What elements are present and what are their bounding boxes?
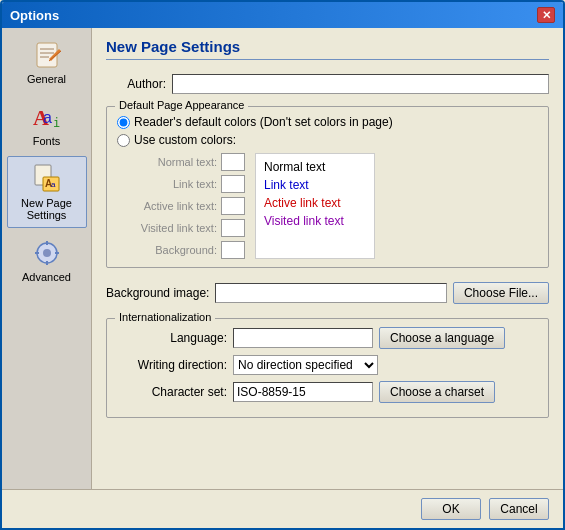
color-row-link: Link text: bbox=[117, 175, 245, 193]
preview-link-text: Link text bbox=[264, 178, 366, 192]
color-row-bg: Background: bbox=[117, 241, 245, 259]
choose-charset-button[interactable]: Choose a charset bbox=[379, 381, 495, 403]
author-label: Author: bbox=[106, 77, 166, 91]
radio-default-label[interactable]: Reader's default colors (Don't set color… bbox=[134, 115, 393, 129]
dialog: Options ✕ General bbox=[0, 0, 565, 530]
color-section: Normal text: Link text: Active link text… bbox=[117, 153, 538, 259]
bg-color-swatch[interactable] bbox=[221, 241, 245, 259]
visited-link-label: Visited link text: bbox=[117, 222, 217, 234]
fonts-icon: A a i bbox=[31, 101, 63, 133]
svg-point-14 bbox=[43, 249, 51, 257]
visited-link-swatch[interactable] bbox=[221, 219, 245, 237]
general-icon bbox=[31, 39, 63, 71]
color-fields: Normal text: Link text: Active link text… bbox=[117, 153, 245, 259]
dialog-title: Options bbox=[10, 8, 59, 23]
radio-custom-colors[interactable] bbox=[117, 134, 130, 147]
normal-text-label: Normal text: bbox=[117, 156, 217, 168]
language-label: Language: bbox=[117, 331, 227, 345]
color-row-normal: Normal text: bbox=[117, 153, 245, 171]
sidebar-item-general[interactable]: General bbox=[7, 32, 87, 92]
author-input[interactable] bbox=[172, 74, 549, 94]
writing-direction-label: Writing direction: bbox=[117, 358, 227, 372]
sidebar-item-new-page[interactable]: A a New Page Settings bbox=[7, 156, 87, 228]
sidebar-fonts-label: Fonts bbox=[33, 135, 61, 147]
appearance-group: Default Page Appearance Reader's default… bbox=[106, 106, 549, 268]
page-title: New Page Settings bbox=[106, 38, 549, 60]
radio-custom-label[interactable]: Use custom colors: bbox=[134, 133, 236, 147]
link-text-swatch[interactable] bbox=[221, 175, 245, 193]
sidebar-advanced-label: Advanced bbox=[22, 271, 71, 283]
sidebar-item-advanced[interactable]: Advanced bbox=[7, 230, 87, 290]
author-row: Author: bbox=[106, 74, 549, 94]
sidebar-item-fonts[interactable]: A a i Fonts bbox=[7, 94, 87, 154]
ok-button[interactable]: OK bbox=[421, 498, 481, 520]
close-button[interactable]: ✕ bbox=[537, 7, 555, 23]
preview-box: Normal text Link text Active link text V… bbox=[255, 153, 375, 259]
intl-group-title: Internationalization bbox=[115, 311, 215, 323]
writing-direction-row: Writing direction: No direction specifie… bbox=[117, 355, 538, 375]
bg-image-input[interactable] bbox=[215, 283, 447, 303]
choose-file-button[interactable]: Choose File... bbox=[453, 282, 549, 304]
active-link-swatch[interactable] bbox=[221, 197, 245, 215]
color-row-visited: Visited link text: bbox=[117, 219, 245, 237]
intl-group: Internationalization Language: Choose a … bbox=[106, 318, 549, 418]
dialog-body: General A a i Fonts A bbox=[2, 28, 563, 489]
main-content: New Page Settings Author: Default Page A… bbox=[92, 28, 563, 489]
bg-image-section: Background image: Choose File... bbox=[106, 282, 549, 304]
writing-direction-select[interactable]: No direction specified Left to Right Rig… bbox=[233, 355, 378, 375]
preview-normal-text: Normal text bbox=[264, 160, 366, 174]
sidebar-newpage-label: New Page Settings bbox=[12, 197, 82, 221]
svg-text:i: i bbox=[53, 116, 60, 130]
charset-row: Character set: Choose a charset bbox=[117, 381, 538, 403]
language-input[interactable] bbox=[233, 328, 373, 348]
dialog-footer: OK Cancel bbox=[2, 489, 563, 528]
sidebar-general-label: General bbox=[27, 73, 66, 85]
charset-label: Character set: bbox=[117, 385, 227, 399]
preview-active-text: Active link text bbox=[264, 196, 366, 210]
bg-color-label: Background: bbox=[117, 244, 217, 256]
radio-default-colors[interactable] bbox=[117, 116, 130, 129]
svg-text:a: a bbox=[43, 109, 52, 126]
new-page-icon: A a bbox=[31, 163, 63, 195]
choose-language-button[interactable]: Choose a language bbox=[379, 327, 505, 349]
advanced-icon bbox=[31, 237, 63, 269]
charset-input[interactable] bbox=[233, 382, 373, 402]
radio-row-custom: Use custom colors: bbox=[117, 133, 538, 147]
radio-row-default: Reader's default colors (Don't set color… bbox=[117, 115, 538, 129]
link-text-label: Link text: bbox=[117, 178, 217, 190]
svg-text:a: a bbox=[51, 180, 56, 189]
preview-visited-text: Visited link text bbox=[264, 214, 366, 228]
cancel-button[interactable]: Cancel bbox=[489, 498, 549, 520]
active-link-label: Active link text: bbox=[117, 200, 217, 212]
sidebar: General A a i Fonts A bbox=[2, 28, 92, 489]
language-row: Language: Choose a language bbox=[117, 327, 538, 349]
title-bar: Options ✕ bbox=[2, 2, 563, 28]
bg-image-label: Background image: bbox=[106, 286, 209, 300]
color-row-active: Active link text: bbox=[117, 197, 245, 215]
appearance-group-title: Default Page Appearance bbox=[115, 99, 248, 111]
normal-text-swatch[interactable] bbox=[221, 153, 245, 171]
